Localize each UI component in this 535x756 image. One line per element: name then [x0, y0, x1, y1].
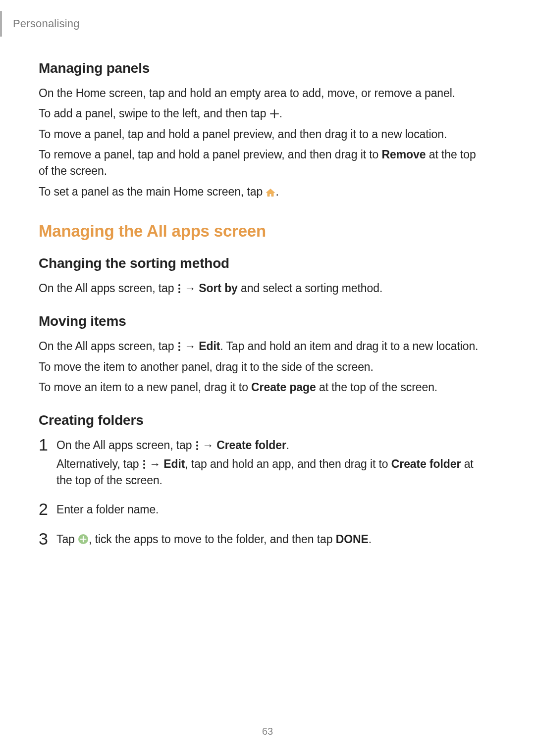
paragraph: To add a panel, swipe to the left, and t… [39, 105, 487, 122]
text: → [181, 282, 199, 295]
svg-point-3 [178, 342, 180, 344]
text: On the All apps screen, tap [39, 282, 177, 295]
text: , tap and hold an app, and then drag it … [185, 457, 391, 470]
step-body: On the All apps screen, tap → Create fol… [56, 437, 487, 491]
svg-point-2 [178, 291, 180, 293]
step-2: 2 Enter a folder name. [39, 502, 487, 520]
paragraph: Tap , tick the apps to move to the folde… [56, 531, 487, 548]
text-bold: Edit [163, 457, 185, 470]
heading-moving-items: Moving items [39, 313, 487, 329]
step-3: 3 Tap , tick the apps to move to the fol… [39, 531, 487, 550]
more-options-icon [142, 459, 146, 469]
step-number: 2 [39, 501, 56, 517]
text: Tap [56, 533, 78, 546]
step-number: 3 [39, 530, 56, 547]
text: . [279, 107, 282, 120]
heading-creating-folders: Creating folders [39, 412, 487, 428]
step-1: 1 On the All apps screen, tap → Create f… [39, 437, 487, 491]
svg-point-6 [196, 441, 198, 443]
svg-point-4 [178, 346, 180, 348]
text: → [146, 457, 163, 470]
paragraph: To set a panel as the main Home screen, … [39, 184, 487, 200]
text-bold: Edit [199, 340, 220, 353]
step-body: Enter a folder name. [56, 502, 487, 520]
step-body: Tap , tick the apps to move to the folde… [56, 531, 487, 550]
svg-point-8 [196, 448, 198, 450]
text: To add a panel, swipe to the left, and t… [39, 107, 269, 120]
more-options-icon [195, 441, 199, 451]
paragraph: On the All apps screen, tap → Sort by an… [39, 280, 487, 297]
text: To move an item to a new panel, drag it … [39, 381, 251, 394]
more-options-icon [177, 342, 181, 352]
header-rule [0, 11, 2, 37]
step-number: 1 [39, 436, 56, 453]
text: . [369, 533, 372, 546]
svg-point-7 [196, 445, 198, 447]
page-number: 63 [0, 726, 535, 737]
breadcrumb: Personalising [13, 17, 80, 30]
text: On the All apps screen, tap [56, 439, 195, 452]
home-icon [266, 188, 275, 197]
heading-managing-all-apps: Managing the All apps screen [39, 222, 487, 241]
paragraph: To remove a panel, tap and hold a panel … [39, 147, 487, 180]
text: . [275, 185, 278, 198]
svg-point-11 [143, 467, 145, 469]
paragraph: Alternatively, tap → Edit, tap and hold … [56, 456, 487, 489]
page-content: Managing panels On the Home screen, tap … [0, 60, 535, 550]
page-header: Personalising [0, 0, 535, 37]
svg-point-9 [143, 460, 145, 462]
heading-changing-sorting: Changing the sorting method [39, 255, 487, 271]
paragraph: To move a panel, tap and hold a panel pr… [39, 126, 487, 143]
text: To set a panel as the main Home screen, … [39, 185, 266, 198]
text: at the top of the screen. [316, 381, 437, 394]
text: and select a sorting method. [238, 282, 382, 295]
text: . [286, 439, 289, 452]
text-bold: Create page [251, 381, 316, 394]
text: → [181, 340, 199, 353]
text-bold: Create folder [391, 457, 461, 470]
add-circle-icon [78, 534, 89, 545]
more-options-icon [177, 284, 181, 294]
text: → [199, 439, 216, 452]
paragraph: On the Home screen, tap and hold an empt… [39, 85, 487, 101]
text: , tick the apps to move to the folder, a… [89, 533, 336, 546]
svg-point-10 [143, 463, 145, 465]
paragraph: To move an item to a new panel, drag it … [39, 379, 487, 396]
paragraph: Enter a folder name. [56, 502, 487, 518]
heading-managing-panels: Managing panels [39, 60, 487, 76]
text: Alternatively, tap [56, 457, 142, 470]
text: On the All apps screen, tap [39, 340, 177, 353]
text: To remove a panel, tap and hold a panel … [39, 148, 382, 161]
text-bold: Remove [382, 148, 426, 161]
text-bold: DONE [336, 533, 369, 546]
paragraph: On the All apps screen, tap → Edit. Tap … [39, 338, 487, 354]
svg-point-5 [178, 349, 180, 351]
text: . Tap and hold an item and drag it to a … [220, 340, 478, 353]
document-page: Personalising Managing panels On the Hom… [0, 0, 535, 756]
svg-point-1 [178, 288, 180, 290]
paragraph: To move the item to another panel, drag … [39, 359, 487, 375]
svg-point-0 [178, 284, 180, 286]
text-bold: Create folder [216, 439, 286, 452]
paragraph: On the All apps screen, tap → Create fol… [56, 437, 487, 454]
plus-icon [269, 109, 279, 119]
text-bold: Sort by [199, 282, 238, 295]
